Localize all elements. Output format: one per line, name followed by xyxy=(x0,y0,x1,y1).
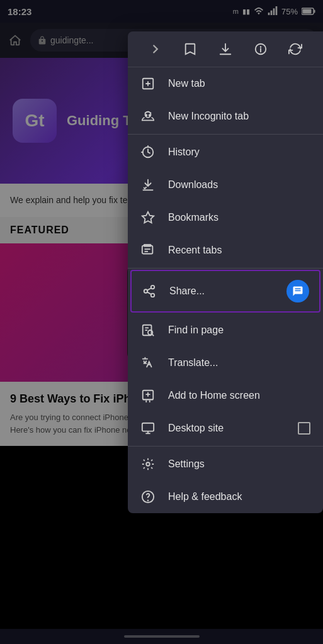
bookmark-button[interactable] xyxy=(179,38,201,60)
recent-tabs-label: Recent tabs xyxy=(168,245,310,256)
share-icon xyxy=(142,284,157,299)
settings-icon xyxy=(140,457,156,472)
settings-label: Settings xyxy=(168,458,310,470)
svg-point-24 xyxy=(144,289,148,293)
bookmarks-label: Bookmarks xyxy=(168,212,310,223)
svg-line-30 xyxy=(152,334,154,336)
svg-point-15 xyxy=(149,114,150,116)
menu-item-history[interactable]: History xyxy=(128,136,323,169)
bookmarks-icon xyxy=(140,210,156,225)
context-menu: New tab New Incognito tab History xyxy=(128,31,323,513)
svg-line-26 xyxy=(147,292,151,294)
history-label: History xyxy=(168,147,310,158)
menu-item-bookmarks[interactable]: Bookmarks xyxy=(128,201,323,234)
incognito-icon xyxy=(140,109,156,124)
translate-label: Translate... xyxy=(168,357,310,369)
help-label: Help & feedback xyxy=(168,491,310,502)
new-tab-label: New tab xyxy=(168,78,310,89)
history-icon xyxy=(140,145,156,160)
forward-button[interactable] xyxy=(144,38,167,60)
menu-item-translate[interactable]: Translate... xyxy=(128,347,323,379)
recent-tabs-icon xyxy=(140,243,156,258)
desktop-checkbox[interactable] xyxy=(298,422,310,435)
new-tab-icon xyxy=(140,76,156,91)
svg-point-37 xyxy=(146,462,150,466)
svg-line-27 xyxy=(147,288,151,291)
svg-point-39 xyxy=(148,501,149,501)
svg-point-14 xyxy=(145,114,147,116)
svg-marker-18 xyxy=(142,212,154,223)
svg-point-25 xyxy=(151,294,155,297)
menu-item-recent-tabs[interactable]: Recent tabs xyxy=(128,234,323,267)
menu-toolbar xyxy=(128,31,323,67)
help-icon xyxy=(140,489,156,504)
share-label: Share... xyxy=(169,286,274,297)
add-home-label: Add to Home screen xyxy=(168,390,310,401)
separator-2 xyxy=(128,268,323,269)
menu-item-find[interactable]: Find in page xyxy=(128,314,323,347)
menu-item-incognito[interactable]: New Incognito tab xyxy=(128,100,323,133)
share-badge xyxy=(286,280,309,303)
find-label: Find in page xyxy=(168,325,310,336)
separator-3 xyxy=(128,446,323,447)
downloads-label: Downloads xyxy=(168,179,310,191)
downloads-icon xyxy=(140,177,156,192)
menu-item-settings[interactable]: Settings xyxy=(128,448,323,480)
menu-item-desktop[interactable]: Desktop site xyxy=(128,412,323,445)
svg-rect-34 xyxy=(142,423,154,431)
desktop-icon xyxy=(140,421,156,436)
add-home-icon xyxy=(140,388,156,403)
menu-item-help[interactable]: Help & feedback xyxy=(128,480,323,513)
desktop-label: Desktop site xyxy=(168,423,285,434)
menu-item-share[interactable]: Share... xyxy=(130,270,320,313)
menu-item-downloads[interactable]: Downloads xyxy=(128,169,323,201)
menu-item-add-home[interactable]: Add to Home screen xyxy=(128,379,323,412)
info-button[interactable] xyxy=(249,38,272,60)
find-in-page-icon xyxy=(140,323,156,338)
download-page-button[interactable] xyxy=(214,38,237,60)
separator-1 xyxy=(128,134,323,135)
incognito-label: New Incognito tab xyxy=(168,111,310,122)
refresh-button[interactable] xyxy=(284,38,307,60)
translate-icon xyxy=(140,355,156,370)
svg-point-23 xyxy=(151,286,155,289)
menu-item-new-tab[interactable]: New tab xyxy=(128,67,323,100)
